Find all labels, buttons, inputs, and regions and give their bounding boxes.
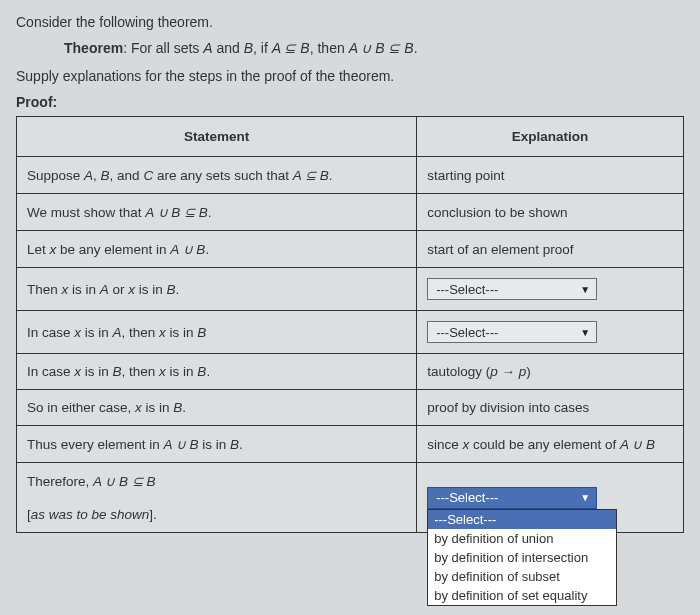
theorem-AuBsubB: A ∪ B ⊆ B	[349, 40, 414, 56]
expl-cell: since x could be any element of A ∪ B	[417, 426, 684, 463]
text: So in either case,	[27, 400, 135, 415]
theorem-period: .	[414, 40, 418, 56]
expl-cell: ---Select--- ▼	[417, 311, 684, 354]
select-menu: ---Select--- by definition of union by d…	[427, 509, 617, 606]
stmt-cell: Suppose A, B, and C are any sets such th…	[17, 157, 417, 194]
chevron-down-icon: ▼	[580, 492, 590, 503]
theorem-cond: , if	[253, 40, 272, 56]
text: ].	[149, 507, 157, 522]
supply-text: Supply explanations for the steps in the…	[16, 68, 684, 84]
var-A: A	[113, 325, 122, 340]
select-option[interactable]: by definition of union	[428, 529, 616, 548]
theorem-A: A	[203, 40, 212, 56]
text: , then	[122, 364, 160, 379]
expr: A ∪ B ⊆ B	[93, 474, 156, 489]
intro-text: Consider the following theorem.	[16, 14, 684, 30]
table-row: Therefore, A ∪ B ⊆ B [as was to be shown…	[17, 463, 684, 533]
select-value: ---Select---	[436, 490, 498, 505]
text: is in	[166, 325, 198, 340]
theorem-AsubB: A ⊆ B	[272, 40, 310, 56]
text: is in	[81, 364, 113, 379]
theorem-B: B	[244, 40, 253, 56]
theorem-label: Theorem	[64, 40, 123, 56]
select-option[interactable]: by definition of subset	[428, 567, 616, 586]
var-x: x	[135, 400, 142, 415]
header-explanation: Explanation	[417, 117, 684, 157]
table-header-row: Statement Explanation	[17, 117, 684, 157]
chevron-down-icon: ▼	[580, 284, 590, 295]
explanation-select-row4[interactable]: ---Select--- ▼	[427, 278, 597, 300]
text: .	[329, 168, 333, 183]
var-A: A	[84, 168, 93, 183]
var-x: x	[159, 325, 166, 340]
var-B: B	[197, 325, 206, 340]
text: →	[498, 364, 519, 379]
table-row: Let x be any element in A ∪ B. start of …	[17, 231, 684, 268]
text: )	[526, 364, 531, 379]
text: is in	[135, 282, 167, 297]
var-B: B	[113, 364, 122, 379]
table-row: Thus every element in A ∪ B is in B. sin…	[17, 426, 684, 463]
text: is in	[166, 364, 198, 379]
chevron-down-icon: ▼	[580, 327, 590, 338]
stmt-cell: In case x is in A, then x is in B	[17, 311, 417, 354]
stmt-cell: We must show that A ∪ B ⊆ B.	[17, 194, 417, 231]
text: Therefore,	[27, 474, 93, 489]
var-B: B	[173, 400, 182, 415]
stmt-cell: So in either case, x is in B.	[17, 390, 417, 426]
theorem-line: Theorem: For all sets A and B, if A ⊆ B,…	[64, 40, 684, 56]
stmt-cell: Therefore, A ∪ B ⊆ B [as was to be shown…	[17, 463, 417, 533]
select-value: ---Select---	[436, 325, 498, 340]
expr: A ⊆ B	[293, 168, 329, 183]
expr: A ∪ B	[170, 242, 205, 257]
table-row: Suppose A, B, and C are any sets such th…	[17, 157, 684, 194]
text: is in	[142, 400, 174, 415]
explanation-select-row9[interactable]: ---Select--- ▼	[427, 487, 597, 509]
text: is in	[199, 437, 231, 452]
text: are any sets such that	[153, 168, 293, 183]
stmt-cell: In case x is in B, then x is in B.	[17, 354, 417, 390]
var-C: C	[143, 168, 153, 183]
text: .	[182, 400, 186, 415]
proof-label: Proof:	[16, 94, 684, 110]
explanation-select-row5[interactable]: ---Select--- ▼	[427, 321, 597, 343]
stmt-cell: Let x be any element in A ∪ B.	[17, 231, 417, 268]
text: could be any element of	[469, 437, 620, 452]
text: or	[109, 282, 129, 297]
stmt-cell: Thus every element in A ∪ B is in B.	[17, 426, 417, 463]
text: Then	[27, 282, 62, 297]
expl-cell: ---Select--- ▼ ---Select--- by definitio…	[417, 463, 684, 533]
text: , then	[122, 325, 160, 340]
expr: A ∪ B	[164, 437, 199, 452]
select-value: ---Select---	[436, 282, 498, 297]
expl-cell: starting point	[417, 157, 684, 194]
table-row: We must show that A ∪ B ⊆ B. conclusion …	[17, 194, 684, 231]
text: In case	[27, 364, 74, 379]
proof-table: Statement Explanation Suppose A, B, and …	[16, 116, 684, 533]
select-option[interactable]: ---Select---	[428, 510, 616, 529]
text: In case	[27, 325, 74, 340]
text: Let	[27, 242, 50, 257]
stmt-cell: Then x is in A or x is in B.	[17, 268, 417, 311]
text: ,	[93, 168, 101, 183]
text: be any element in	[56, 242, 170, 257]
expl-cell: conclusion to be shown	[417, 194, 684, 231]
select-option[interactable]: by definition of intersection	[428, 548, 616, 567]
select-option[interactable]: by definition of set equality	[428, 586, 616, 605]
text: .	[239, 437, 243, 452]
header-statement: Statement	[17, 117, 417, 157]
text: is in	[68, 282, 100, 297]
expr: A ∪ B ⊆ B	[145, 205, 208, 220]
var-A: A	[100, 282, 109, 297]
text: .	[176, 282, 180, 297]
expl-cell: tautology (p → p)	[417, 354, 684, 390]
table-row: So in either case, x is in B. proof by d…	[17, 390, 684, 426]
table-row: In case x is in B, then x is in B. tauto…	[17, 354, 684, 390]
var-B: B	[167, 282, 176, 297]
var-x: x	[159, 364, 166, 379]
theorem-and: and	[213, 40, 244, 56]
table-row: In case x is in A, then x is in B ---Sel…	[17, 311, 684, 354]
text: as was to be shown	[31, 507, 150, 522]
text: since	[427, 437, 462, 452]
text: Thus every element in	[27, 437, 164, 452]
